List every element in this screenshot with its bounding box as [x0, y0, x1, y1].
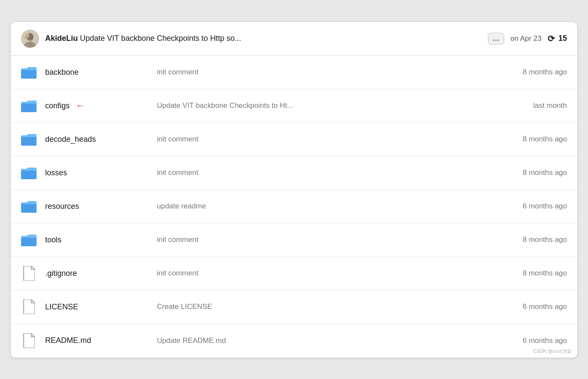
- svg-rect-8: [21, 103, 37, 112]
- file-date: 6 months ago: [490, 202, 567, 211]
- file-icon: [21, 266, 37, 281]
- file-name-text[interactable]: losses: [45, 168, 67, 177]
- commit-count: 15: [558, 34, 567, 43]
- table-row: decode_headsinit comment8 months ago: [11, 123, 577, 156]
- folder-icon: [21, 131, 37, 147]
- file-date: 6 months ago: [490, 336, 567, 345]
- table-row: README.mdUpdate README.md6 months ago: [11, 324, 577, 358]
- commit-history[interactable]: ⟳ 15: [548, 34, 567, 44]
- file-name-text[interactable]: tools: [45, 235, 61, 245]
- svg-point-4: [25, 36, 28, 39]
- file-date: 6 months ago: [490, 303, 567, 311]
- file-icon: [21, 333, 37, 348]
- file-date: 8 months ago: [490, 269, 567, 278]
- file-commit-message[interactable]: Update VIT backbone Checkpoints to Ht...: [157, 101, 481, 110]
- commit-message-text: Update VIT backbone Checkpoints to Http …: [80, 34, 241, 43]
- file-name-text[interactable]: resources: [45, 202, 79, 211]
- file-list: backboneinit comment8 months ago configs…: [11, 56, 577, 358]
- file-name-text[interactable]: .gitignore: [45, 269, 77, 278]
- table-row: LICENSECreate LICENSE6 months ago: [11, 290, 577, 324]
- file-commit-message[interactable]: init comment: [157, 269, 481, 278]
- file-name-text[interactable]: LICENSE: [45, 303, 78, 312]
- history-icon: ⟳: [548, 34, 555, 44]
- table-row: resourcesupdate readme6 months ago: [11, 190, 577, 223]
- file-date: 8 months ago: [490, 135, 567, 144]
- table-row: lossesinit comment8 months ago: [11, 156, 577, 190]
- folder-icon: [21, 98, 37, 113]
- svg-rect-6: [21, 69, 37, 79]
- file-date: 8 months ago: [490, 168, 567, 177]
- file-commit-message[interactable]: init comment: [157, 168, 481, 177]
- table-row: backboneinit comment8 months ago: [11, 56, 577, 89]
- arrow-annotation: ←: [76, 100, 85, 111]
- commit-header: AkideLiu Update VIT backbone Checkpoints…: [11, 22, 577, 56]
- repo-file-browser: AkideLiu Update VIT backbone Checkpoints…: [10, 21, 578, 358]
- commit-author[interactable]: AkideLiu: [45, 34, 78, 43]
- folder-icon: [21, 64, 37, 80]
- file-name-text[interactable]: decode_heads: [45, 135, 96, 144]
- folder-icon: [21, 232, 37, 248]
- watermark: CSDN @cccc渲染: [533, 348, 572, 355]
- folder-icon: [21, 199, 37, 214]
- svg-rect-10: [21, 136, 37, 146]
- file-icon: [21, 299, 37, 315]
- table-row: toolsinit comment8 months ago: [11, 223, 577, 257]
- file-commit-message[interactable]: init comment: [157, 68, 481, 76]
- file-name-text[interactable]: README.md: [45, 336, 91, 345]
- file-commit-message[interactable]: Update README.md: [157, 336, 481, 345]
- file-date: 8 months ago: [490, 235, 567, 244]
- table-row: configs←Update VIT backbone Checkpoints …: [11, 89, 577, 123]
- commit-message: AkideLiu Update VIT backbone Checkpoints…: [45, 34, 482, 43]
- avatar: [21, 30, 39, 48]
- commit-dots-button[interactable]: ...: [488, 33, 504, 45]
- svg-rect-16: [21, 237, 37, 246]
- file-commit-message[interactable]: init comment: [157, 135, 481, 144]
- file-date: 8 months ago: [490, 68, 567, 76]
- file-name-text[interactable]: configs: [45, 101, 70, 110]
- table-row: .gitignoreinit comment8 months ago: [11, 257, 577, 290]
- file-commit-message[interactable]: update readme: [157, 202, 481, 211]
- file-date: last month: [490, 101, 567, 110]
- svg-rect-12: [21, 170, 37, 179]
- file-name-text[interactable]: backbone: [45, 68, 79, 77]
- svg-rect-14: [21, 203, 37, 213]
- file-commit-message[interactable]: init comment: [157, 235, 481, 244]
- file-commit-message[interactable]: Create LICENSE: [157, 303, 481, 311]
- commit-date: on Apr 23: [510, 34, 542, 43]
- folder-icon: [21, 165, 37, 180]
